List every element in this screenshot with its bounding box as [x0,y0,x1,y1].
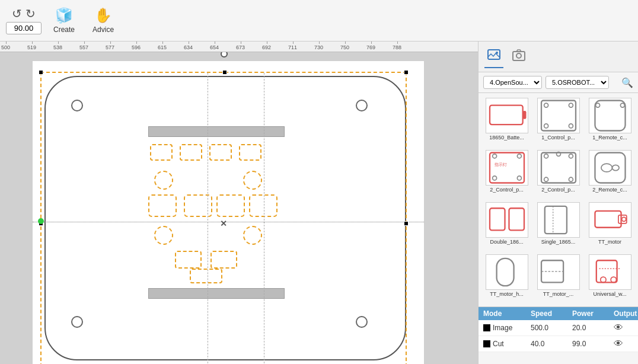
angle-input[interactable] [6,22,42,34]
svg-point-35 [621,217,626,221]
component-label-battery: 18650_Batte... [489,135,524,141]
toolbar: ↺ ↻ 🧊 Create ✋ Advice [0,0,638,41]
component-2control-a[interactable]: 指示灯 2_Control_p... [482,149,531,199]
mode-color-cut [483,340,490,347]
ruler-mark: 711 [288,44,297,50]
component-thumb-universal [589,254,631,290]
svg-rect-14 [490,152,524,183]
component-tt-motor2[interactable]: TT_motor_... [534,253,583,303]
component-tt-motor-h[interactable]: TT_motor_h... [482,253,531,303]
camera-tab-icon [512,48,526,62]
rotate-cw-button[interactable]: ↻ [25,7,36,21]
tab-camera-button[interactable] [509,46,528,68]
svg-rect-39 [596,260,617,282]
svg-rect-34 [618,215,626,223]
handle-tm[interactable] [222,70,227,75]
ruler-mark: 654 [210,44,219,50]
origin-dot [38,218,44,224]
component-thumb-tt-motor-h [486,254,528,290]
handle-tr[interactable] [404,70,409,75]
component-thumb-1remote [589,98,631,133]
component-thumb-1control [537,98,580,133]
ruler-mark: 769 [366,44,375,50]
canvas-workspace[interactable]: ✕ [0,52,478,364]
svg-point-9 [544,124,548,128]
component-label-2remote: 2_Remote_c... [592,187,627,193]
drawing-surface: ✕ [33,61,424,364]
rotate-icons: ↺ ↻ [12,7,36,21]
component-1control[interactable]: 1_Control_p... [534,97,583,146]
component-label-2control-a: 2_Control_p... [490,187,524,193]
svg-point-18 [492,154,496,158]
header-speed: Speed [531,309,572,318]
handle-mr[interactable] [404,221,409,226]
mode-table: Mode Speed Power Output Image 500.0 20.0… [478,306,638,352]
component-label-1remote: 1_Remote_c... [592,135,627,141]
mode-color-image [483,324,490,331]
svg-point-41 [611,277,616,282]
handle-tl[interactable] [39,70,43,75]
svg-point-17 [517,176,521,180]
search-button[interactable]: 🔍 [621,77,633,88]
advice-button[interactable]: ✋ Advice [87,5,120,36]
svg-point-12 [595,103,599,107]
svg-rect-26 [595,152,625,183]
power-cut: 99.0 [572,340,614,348]
mode-label-image: Image [483,324,531,332]
rotate-handle[interactable] [221,52,228,58]
component-single-bat[interactable]: Single_1865... [534,201,583,251]
tab-image-button[interactable] [484,45,503,68]
component-1remote[interactable]: 1_Remote_c... [585,97,634,146]
svg-point-23 [569,154,573,158]
component-2remote[interactable]: 2_Remote_c... [585,149,634,199]
component-thumb-2control-a: 指示灯 [486,150,528,186]
eye-icon-cut[interactable]: 👁 [614,339,638,349]
component-label-universal: Universal_w... [593,291,626,297]
ruler-top: 500 519 538 557 577 596 615 634 654 673 … [0,41,478,52]
svg-point-27 [601,164,612,172]
svg-point-1 [496,52,498,54]
component-thumb-2control-b [537,150,580,186]
header-power: Power [572,309,614,318]
svg-point-13 [620,103,624,107]
component-universal[interactable]: Universal_w... [585,253,634,303]
eye-icon-image[interactable]: 👁 [614,323,638,333]
svg-rect-30 [509,208,524,230]
component-18650-battery[interactable]: 18650_Batte... [482,97,531,146]
dropdown-opensou[interactable]: 4.OpenSou... [483,76,542,89]
create-button[interactable]: 🧊 Create [47,5,81,36]
ruler-mark: 730 [314,44,323,50]
advice-label: Advice [92,25,114,34]
svg-text:指示灯: 指示灯 [494,162,507,167]
component-thumb-single-bat [537,202,580,238]
component-2control-b[interactable]: 2_Control_p... [534,149,583,199]
speed-cut: 40.0 [531,340,572,348]
svg-point-8 [569,103,573,107]
svg-rect-6 [541,100,576,130]
dropdown-osrobot[interactable]: 5.OSROBOT... [546,76,609,89]
ruler-mark: 557 [79,44,88,50]
speed-image: 500.0 [531,324,572,332]
ruler-mark: 615 [158,44,167,50]
svg-rect-29 [490,208,505,230]
component-label-1control: 1_Control_p... [541,135,575,141]
mode-label-cut: Cut [483,340,531,348]
svg-point-21 [544,154,548,158]
component-thumb-tt-motor [589,202,631,238]
svg-point-25 [569,177,573,181]
mode-name-cut: Cut [493,340,504,348]
ruler-mark: 788 [393,44,401,50]
component-tt-motor[interactable]: TT_motor [585,201,634,251]
component-double-bat[interactable]: Double_186... [482,201,531,251]
advice-icon: ✋ [94,7,112,24]
component-label-tt-motor2: TT_motor_... [543,291,574,297]
svg-rect-20 [541,152,576,183]
component-label-tt-motor-h: TT_motor_h... [490,291,524,297]
rotate-ccw-button[interactable]: ↺ [12,7,22,21]
ruler-mark: 596 [132,44,141,50]
component-thumb-2remote [589,150,631,186]
component-label-tt-motor: TT_motor [598,239,621,245]
ruler-mark: 692 [262,44,271,50]
canvas-area[interactable]: 500 519 538 557 577 596 615 634 654 673 … [0,41,478,364]
svg-rect-36 [496,258,513,286]
